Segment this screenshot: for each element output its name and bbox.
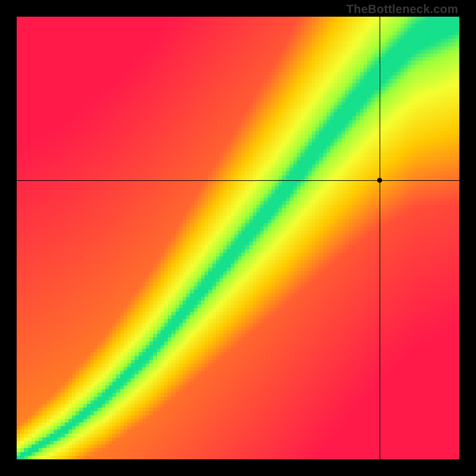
- watermark-text: TheBottleneck.com: [346, 2, 458, 16]
- chart-frame: TheBottleneck.com: [0, 0, 476, 476]
- crosshair-horizontal: [17, 180, 459, 181]
- heatmap-canvas: [17, 17, 459, 459]
- crosshair-vertical: [380, 17, 380, 459]
- heatmap-plot: [17, 17, 459, 459]
